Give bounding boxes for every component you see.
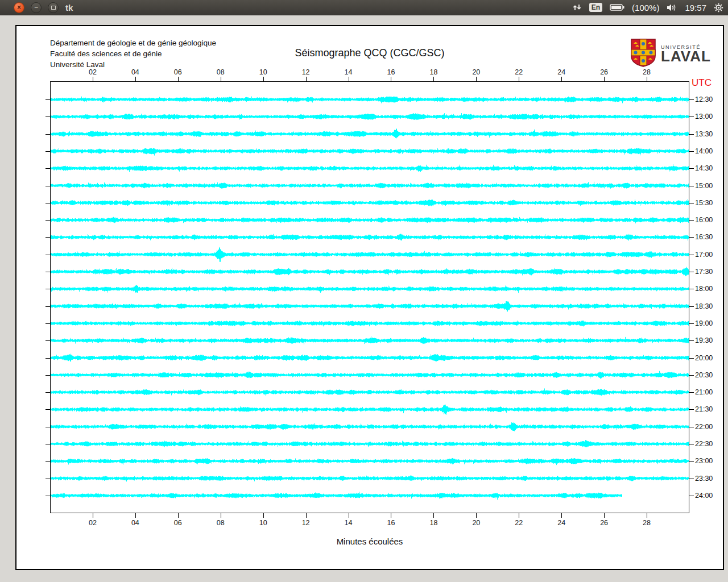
y-tick-right bbox=[689, 134, 694, 135]
y-tick-left bbox=[46, 479, 50, 479]
y-tick-left bbox=[46, 134, 50, 135]
y-tick-right bbox=[689, 392, 694, 393]
y-tick-left bbox=[46, 289, 50, 289]
y-tick-right bbox=[689, 444, 694, 444]
x-tick-bottom bbox=[476, 513, 477, 518]
battery-icon[interactable] bbox=[610, 3, 624, 11]
utc-time-label: 23:30 bbox=[695, 475, 713, 482]
volume-icon[interactable] bbox=[667, 3, 677, 12]
utc-time-label: 13:00 bbox=[695, 113, 713, 120]
laval-logo: UNIVERSITÉ LAVAL bbox=[630, 39, 711, 69]
laval-shield-icon bbox=[630, 39, 656, 69]
seismogram-traces bbox=[51, 82, 689, 513]
window-buttons: × − bbox=[14, 2, 59, 13]
x-tick-top bbox=[135, 77, 136, 81]
y-tick-right bbox=[689, 427, 694, 427]
x-tick-bottom bbox=[349, 513, 349, 518]
x-tick-label-top: 08 bbox=[212, 68, 229, 76]
y-tick-left bbox=[46, 220, 50, 221]
title-bar: × − tk En (100%) bbox=[0, 0, 728, 15]
x-tick-label-bottom: 08 bbox=[212, 519, 229, 527]
x-tick-label-bottom: 20 bbox=[468, 519, 485, 527]
utc-time-label: 13:30 bbox=[695, 131, 713, 138]
y-tick-right bbox=[689, 306, 694, 307]
x-tick-label-bottom: 12 bbox=[297, 519, 315, 527]
x-tick-top bbox=[221, 77, 221, 81]
y-tick-right bbox=[689, 340, 694, 341]
x-tick-label-bottom: 18 bbox=[425, 519, 442, 527]
y-tick-right bbox=[689, 220, 694, 221]
y-tick-right bbox=[689, 323, 694, 324]
battery-percent[interactable]: (100%) bbox=[632, 3, 659, 13]
x-tick-top bbox=[178, 77, 179, 81]
x-tick-top bbox=[476, 77, 477, 81]
keyboard-layout-indicator[interactable]: En bbox=[589, 3, 602, 12]
y-tick-right bbox=[689, 203, 694, 203]
y-tick-left bbox=[46, 186, 50, 186]
updown-arrows-icon[interactable] bbox=[572, 3, 582, 12]
utc-time-label: 22:30 bbox=[695, 440, 713, 447]
gear-icon[interactable] bbox=[714, 3, 723, 13]
utc-time-label: 15:30 bbox=[695, 199, 713, 206]
window-minimize-button[interactable]: − bbox=[31, 2, 42, 13]
y-tick-right bbox=[689, 461, 694, 462]
x-tick-bottom bbox=[135, 513, 136, 518]
y-tick-left bbox=[46, 168, 50, 169]
x-tick-label-top: 04 bbox=[127, 68, 144, 76]
x-tick-label-bottom: 22 bbox=[510, 519, 527, 527]
y-tick-right bbox=[689, 99, 694, 100]
organization-name: Département de géologie et de génie géol… bbox=[50, 38, 216, 70]
x-tick-top bbox=[561, 77, 562, 81]
utc-time-label: 20:00 bbox=[695, 355, 713, 361]
utc-time-label: 21:00 bbox=[695, 389, 713, 396]
clock[interactable]: 19:57 bbox=[685, 3, 706, 13]
utc-time-label: 15:00 bbox=[695, 182, 713, 189]
x-tick-label-top: 22 bbox=[510, 68, 527, 76]
y-tick-left bbox=[46, 409, 50, 410]
utc-time-label: 23:00 bbox=[695, 458, 713, 464]
x-tick-label-bottom: 06 bbox=[169, 519, 187, 527]
y-tick-left bbox=[46, 358, 50, 359]
x-tick-label-top: 26 bbox=[595, 68, 613, 76]
y-tick-left bbox=[46, 203, 50, 203]
system-tray: En (100%) 19:57 bbox=[572, 0, 723, 15]
utc-time-label: 16:30 bbox=[695, 234, 713, 240]
x-tick-top bbox=[604, 77, 605, 81]
x-tick-label-top: 10 bbox=[255, 68, 272, 76]
desktop: × − tk En (100%) bbox=[0, 0, 728, 582]
utc-time-label: 24:00 bbox=[695, 492, 713, 499]
y-tick-left bbox=[46, 340, 50, 341]
x-tick-bottom bbox=[604, 513, 605, 518]
x-tick-bottom bbox=[433, 513, 434, 518]
utc-axis-label: UTC bbox=[692, 77, 712, 89]
y-tick-right bbox=[689, 358, 694, 359]
utc-time-label: 14:00 bbox=[695, 148, 713, 155]
x-tick-top bbox=[306, 77, 307, 81]
x-tick-label-top: 18 bbox=[425, 68, 442, 76]
x-tick-label-top: 24 bbox=[553, 68, 570, 76]
chart-title: Séismographe QCQ (CGC/GSC) bbox=[228, 47, 512, 59]
x-tick-label-bottom: 04 bbox=[127, 519, 144, 527]
y-tick-right bbox=[689, 186, 694, 186]
y-tick-left bbox=[46, 237, 50, 238]
x-tick-label-bottom: 14 bbox=[340, 519, 357, 527]
window-close-button[interactable]: × bbox=[14, 2, 24, 13]
window-maximize-button[interactable] bbox=[48, 2, 59, 13]
y-tick-left bbox=[46, 496, 50, 496]
logo-line2: LAVAL bbox=[661, 50, 711, 63]
y-tick-right bbox=[689, 255, 694, 255]
x-tick-label-top: 28 bbox=[638, 68, 655, 76]
y-tick-left bbox=[46, 375, 50, 376]
x-tick-top bbox=[647, 77, 647, 81]
x-tick-bottom bbox=[93, 513, 93, 518]
y-tick-right bbox=[689, 151, 694, 152]
utc-time-label: 12:30 bbox=[695, 96, 713, 103]
y-tick-right bbox=[689, 237, 694, 238]
y-tick-left bbox=[46, 255, 50, 255]
x-tick-label-top: 06 bbox=[169, 68, 187, 76]
y-tick-right bbox=[689, 289, 694, 289]
x-tick-label-bottom: 16 bbox=[382, 519, 399, 527]
y-tick-left bbox=[46, 444, 50, 444]
y-tick-left bbox=[46, 272, 50, 272]
y-tick-left bbox=[46, 427, 50, 427]
